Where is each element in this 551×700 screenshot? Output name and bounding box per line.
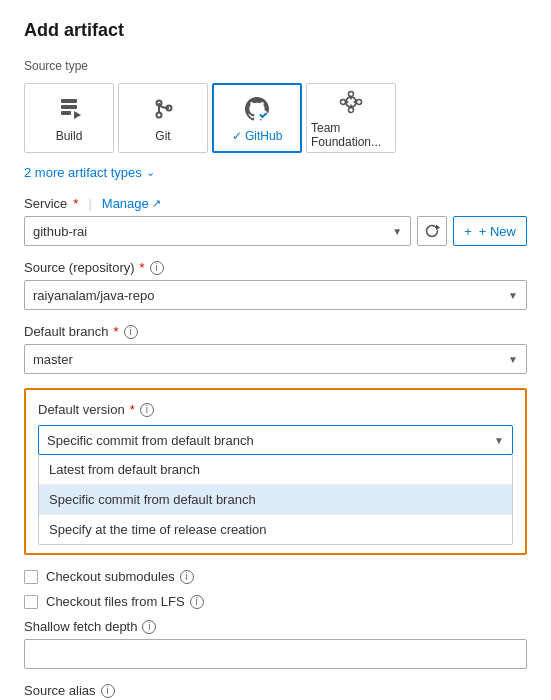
checkout-submodules-label: Checkout submodules i (46, 569, 194, 584)
service-label-row: Service * | Manage ↗ (24, 196, 527, 211)
svg-rect-1 (61, 105, 77, 109)
svg-marker-3 (74, 111, 81, 119)
panel-title: Add artifact (24, 20, 527, 41)
github-icon (243, 95, 271, 123)
svg-marker-17 (436, 225, 440, 231)
source-info-icon[interactable]: i (150, 261, 164, 275)
default-branch-label: Default branch * i (24, 324, 527, 339)
new-button[interactable]: + + New (453, 216, 527, 246)
source-type-label: Source type (24, 59, 527, 73)
team-foundation-label: Team Foundation... (311, 121, 391, 149)
github-label: ✓ GitHub (232, 129, 283, 143)
checkout-submodules-info-icon[interactable]: i (180, 570, 194, 584)
default-branch-dropdown-arrow: ▼ (508, 354, 518, 365)
svg-rect-0 (61, 99, 77, 103)
source-type-row: Build Git (24, 83, 527, 153)
external-link-icon: ↗ (152, 197, 161, 210)
checkout-lfs-checkbox[interactable] (24, 595, 38, 609)
shallow-fetch-input[interactable] (24, 639, 527, 669)
default-version-value: Specific commit from default branch (47, 433, 488, 448)
service-value: github-rai (33, 224, 386, 239)
shallow-fetch-info-icon[interactable]: i (142, 620, 156, 634)
version-option-specific[interactable]: Specific commit from default branch (39, 485, 512, 515)
chevron-down-icon: ⌄ (146, 166, 155, 179)
svg-rect-2 (61, 111, 71, 115)
checkout-submodules-row: Checkout submodules i (24, 569, 527, 584)
manage-link[interactable]: Manage ↗ (102, 196, 161, 211)
source-type-team-foundation[interactable]: Team Foundation... (306, 83, 396, 153)
plus-icon: + (464, 224, 472, 239)
service-dropdown[interactable]: github-rai ▼ (24, 216, 411, 246)
checkout-lfs-info-icon[interactable]: i (190, 595, 204, 609)
source-label: Source (repository) * i (24, 260, 527, 275)
svg-point-7 (258, 110, 268, 120)
default-branch-info-icon[interactable]: i (124, 325, 138, 339)
svg-point-11 (349, 92, 354, 97)
checkout-submodules-checkbox[interactable] (24, 570, 38, 584)
source-value: raiyanalam/java-repo (33, 288, 502, 303)
service-label: Service (24, 196, 67, 211)
service-controls: github-rai ▼ + + New (24, 216, 527, 246)
source-repository-field: Source (repository) * i raiyanalam/java-… (24, 260, 527, 310)
shallow-fetch-field: Shallow fetch depth i (24, 619, 527, 669)
build-icon (55, 95, 83, 123)
service-field: Service * | Manage ↗ github-rai ▼ + + Ne… (24, 196, 527, 246)
source-type-git[interactable]: Git (118, 83, 208, 153)
service-required: * (73, 196, 78, 211)
source-alias-label: Source alias i (24, 683, 527, 698)
source-type-build[interactable]: Build (24, 83, 114, 153)
default-branch-value: master (33, 352, 502, 367)
default-branch-field: Default branch * i master ▼ (24, 324, 527, 374)
build-label: Build (56, 129, 83, 143)
default-version-dropdown-arrow: ▼ (494, 435, 504, 446)
git-label: Git (155, 129, 170, 143)
git-icon (149, 95, 177, 123)
default-version-info-icon[interactable]: i (140, 403, 154, 417)
source-dropdown-arrow: ▼ (508, 290, 518, 301)
version-option-specify[interactable]: Specify at the time of release creation (39, 515, 512, 544)
shallow-fetch-label: Shallow fetch depth i (24, 619, 527, 634)
source-dropdown[interactable]: raiyanalam/java-repo ▼ (24, 280, 527, 310)
default-branch-dropdown[interactable]: master ▼ (24, 344, 527, 374)
default-version-options: Latest from default branch Specific comm… (38, 455, 513, 545)
refresh-button[interactable] (417, 216, 447, 246)
more-artifact-types-link[interactable]: 2 more artifact types ⌄ (24, 165, 155, 180)
source-alias-field: Source alias i (24, 683, 527, 700)
svg-point-10 (357, 100, 362, 105)
add-artifact-panel: Add artifact Source type Build (0, 0, 551, 700)
team-foundation-icon (337, 89, 365, 115)
svg-point-5 (157, 113, 162, 118)
version-option-latest[interactable]: Latest from default branch (39, 455, 512, 485)
default-version-dropdown[interactable]: Specific commit from default branch ▼ (38, 425, 513, 455)
service-dropdown-arrow: ▼ (392, 226, 402, 237)
default-version-section: Default version * i Specific commit from… (24, 388, 527, 555)
checkout-lfs-row: Checkout files from LFS i (24, 594, 527, 609)
default-version-label: Default version * i (38, 402, 513, 417)
svg-point-9 (341, 100, 346, 105)
source-alias-info-icon[interactable]: i (101, 684, 115, 698)
svg-point-12 (349, 108, 354, 113)
checkout-lfs-label: Checkout files from LFS i (46, 594, 204, 609)
source-type-github[interactable]: ✓ GitHub (212, 83, 302, 153)
